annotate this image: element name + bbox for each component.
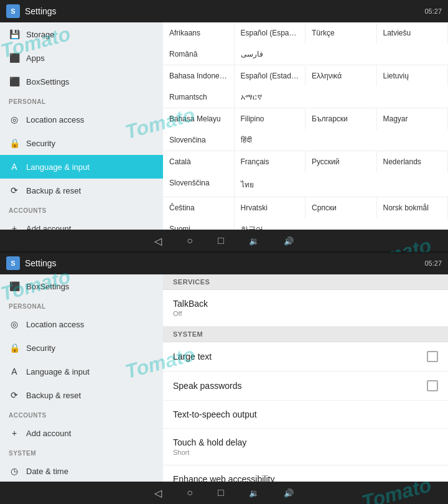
security-b-icon: 🔒 xyxy=(9,342,20,353)
bottom-vol-up-button[interactable]: 🔊 xyxy=(284,488,294,498)
storage-icon: 💾 xyxy=(9,29,20,40)
top-sidebar: 💾 Storage ⬛ Apps ⬛ BoxSettings PERSONAL … xyxy=(0,22,163,252)
lang-hrvatski[interactable]: Hrvatski xyxy=(235,197,306,218)
sidebar-item-add-account-b-label: Add account xyxy=(26,429,71,438)
language-b-icon: A xyxy=(9,366,20,377)
sidebar-item-location-label: Location access xyxy=(26,115,84,124)
lang-nederlands[interactable]: Nederlands xyxy=(377,151,449,172)
sidebar-item-boxsettings-b-label: BoxSettings xyxy=(26,282,69,291)
lang-filipino[interactable]: Filipino xyxy=(235,108,306,129)
lang-rumantsch[interactable]: Rumantsch xyxy=(163,86,235,108)
top-header-title: Settings xyxy=(25,6,57,16)
sidebar-item-location[interactable]: ◎ Location access xyxy=(0,108,163,131)
backup-b-icon: ⟳ xyxy=(9,390,20,401)
sidebar-item-language-b[interactable]: A Language & input xyxy=(0,360,163,383)
language-dropdown[interactable]: Afrikaans Español (España) Türkçe Latvie… xyxy=(163,22,448,252)
lang-norsk[interactable]: Norsk bokmål xyxy=(377,197,449,218)
sidebar-item-location-b[interactable]: ◎ Location access xyxy=(0,312,163,336)
lang-cestina[interactable]: Čeština xyxy=(163,197,235,218)
lang-bahasa-melayu[interactable]: Bahasa Melayu xyxy=(163,108,235,129)
top-vol-up-button[interactable]: 🔊 xyxy=(284,236,294,246)
lang-ellinika[interactable]: Ελληνικά xyxy=(306,65,377,86)
top-header-bar: S Settings 05:27 xyxy=(0,0,448,22)
sidebar-item-add-account-b[interactable]: + Add account xyxy=(0,421,163,445)
bottom-recent-button[interactable]: □ xyxy=(218,487,224,498)
sidebar-item-date-time-b[interactable]: ◷ Date & time xyxy=(0,459,163,483)
lang-slovenscina[interactable]: Slovenščina xyxy=(163,172,235,197)
boxsettings-icon: ⬛ xyxy=(9,76,20,87)
personal-section-label-b: PERSONAL xyxy=(0,298,163,312)
lang-bulgarski[interactable]: Български xyxy=(306,108,377,129)
access-item-touch-hold[interactable]: Touch & hold delay Short xyxy=(163,429,448,465)
top-vol-down-button[interactable]: 🔉 xyxy=(249,236,259,246)
lang-bahasa-indonesia[interactable]: Bahasa Indonesia xyxy=(163,65,235,86)
language-icon: A xyxy=(9,161,20,172)
top-back-button[interactable]: ◁ xyxy=(154,235,162,247)
touch-hold-title: Touch & hold delay xyxy=(173,437,438,447)
backup-icon: ⟳ xyxy=(9,185,20,196)
lang-romana[interactable]: Română xyxy=(163,44,235,65)
lang-magyar[interactable]: Magyar xyxy=(377,108,449,129)
sidebar-item-language[interactable]: A Language & input xyxy=(0,155,163,179)
sidebar-item-storage-label: Storage xyxy=(26,30,55,39)
access-item-web-accessibility[interactable]: Enhance web accessibility Not allowed xyxy=(163,465,448,482)
lang-russky[interactable]: Русский xyxy=(306,151,377,172)
location-b-icon: ◎ xyxy=(9,319,20,330)
apps-icon: ⬛ xyxy=(9,52,20,63)
sidebar-item-apps[interactable]: ⬛ Apps xyxy=(0,46,163,70)
bottom-header-title: Settings xyxy=(25,258,57,268)
bottom-main-content: SERVICES TalkBack Off SYSTEM Large text … xyxy=(163,274,448,504)
access-item-tts[interactable]: Text-to-speech output xyxy=(163,401,448,429)
top-app-icon: S xyxy=(6,4,20,18)
lang-francais[interactable]: Français xyxy=(235,151,306,172)
large-text-checkbox[interactable] xyxy=(427,351,438,362)
access-item-talkback[interactable]: TalkBack Off xyxy=(163,290,448,327)
speak-passwords-checkbox[interactable] xyxy=(427,380,438,391)
lang-amharic[interactable]: አማርኛ xyxy=(235,86,306,108)
sidebar-item-security-b[interactable]: 🔒 Security xyxy=(0,336,163,360)
accessibility-panel: SERVICES TalkBack Off SYSTEM Large text … xyxy=(163,274,448,482)
lang-espanol-espana[interactable]: Español (España) xyxy=(235,22,306,44)
sidebar-item-boxsettings-b[interactable]: ⬛ BoxSettings xyxy=(0,274,163,298)
sidebar-item-location-b-label: Location access xyxy=(26,320,84,329)
bottom-vol-down-button[interactable]: 🔉 xyxy=(249,488,259,498)
bottom-header-time: 05:27 xyxy=(424,259,442,267)
lang-turkce[interactable]: Türkçe xyxy=(306,22,377,44)
system-section-header-b: SYSTEM xyxy=(163,327,448,342)
lang-row-3: Bahasa Melayu Filipino Български Magyar … xyxy=(163,108,448,151)
lang-catala[interactable]: Català xyxy=(163,151,235,172)
top-main-content: Afrikaans Español (España) Türkçe Latvie… xyxy=(163,22,448,252)
large-text-title: Large text xyxy=(173,352,427,362)
datetime-b-icon: ◷ xyxy=(9,465,20,477)
top-recent-button[interactable]: □ xyxy=(218,235,224,246)
tts-title: Text-to-speech output xyxy=(173,409,438,419)
bottom-panel: Tomato Tomato Tomato S Settings 05:27 ⬛ … xyxy=(0,252,448,504)
lang-latviesu[interactable]: Latviešu xyxy=(377,22,449,44)
sidebar-item-storage[interactable]: 💾 Storage xyxy=(0,22,163,46)
bottom-nav-bar: ◁ ○ □ 🔉 🔊 xyxy=(0,482,448,504)
sidebar-item-backup[interactable]: ⟳ Backup & reset xyxy=(0,179,163,202)
bottom-back-button[interactable]: ◁ xyxy=(154,487,162,499)
accounts-section-label-b: ACCOUNTS xyxy=(0,407,163,421)
lang-row-2: Bahasa Indonesia Español (Estados U… Ελλ… xyxy=(163,65,448,108)
bottom-app-icon: S xyxy=(6,256,20,270)
top-home-button[interactable]: ○ xyxy=(187,235,193,246)
talkback-title: TalkBack xyxy=(173,299,438,309)
lang-hindi[interactable]: हिंदी xyxy=(235,129,306,151)
bottom-sidebar: ⬛ BoxSettings PERSONAL ◎ Location access… xyxy=(0,274,163,504)
lang-lietuvy[interactable]: Lietuvių xyxy=(377,65,449,86)
bottom-home-button[interactable]: ○ xyxy=(187,487,193,498)
sidebar-item-backup-b[interactable]: ⟳ Backup & reset xyxy=(0,383,163,407)
access-item-large-text[interactable]: Large text xyxy=(163,342,448,371)
lang-srpski[interactable]: Српски xyxy=(306,197,377,218)
sidebar-item-boxsettings[interactable]: ⬛ BoxSettings xyxy=(0,70,163,93)
access-item-speak-passwords[interactable]: Speak passwords xyxy=(163,371,448,401)
lang-espanol-estados[interactable]: Español (Estados U… xyxy=(235,65,306,86)
add-account-b-icon: + xyxy=(9,427,20,439)
lang-farsi[interactable]: فارسی xyxy=(235,44,306,65)
sidebar-item-security[interactable]: 🔒 Security xyxy=(0,131,163,155)
top-nav-bar: ◁ ○ □ 🔉 🔊 xyxy=(0,230,448,252)
lang-afrikaans[interactable]: Afrikaans xyxy=(163,22,235,44)
lang-slovencina[interactable]: Slovenčina xyxy=(163,129,235,151)
lang-thai[interactable]: ไทย xyxy=(235,172,306,197)
